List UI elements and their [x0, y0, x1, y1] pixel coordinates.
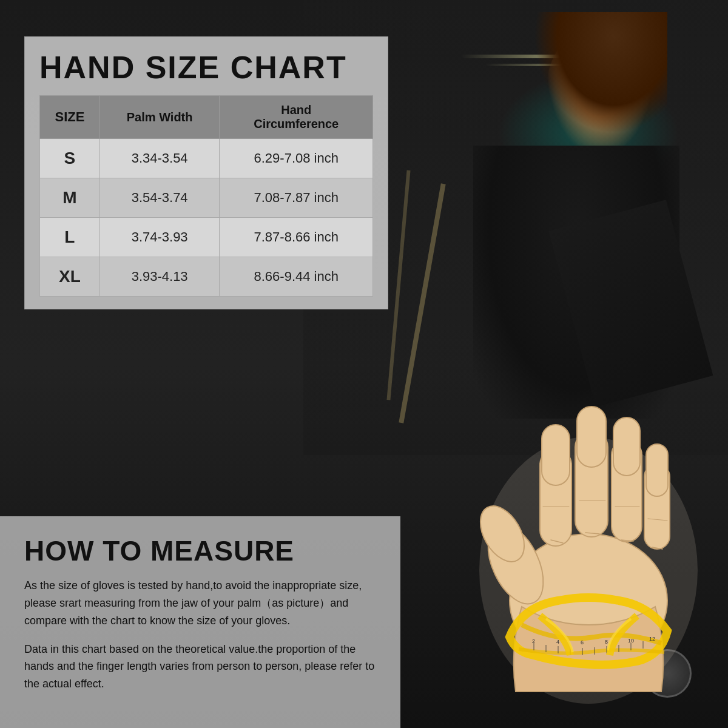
how-to-measure-section: HOW TO MEASURE As the size of gloves is … [0, 516, 400, 728]
svg-text:6: 6 [581, 639, 584, 645]
header-palm-width: Palm Width [99, 96, 220, 139]
size-l: L [40, 218, 100, 257]
palm-width-m: 3.54-3.74 [99, 178, 220, 218]
table-body: S 3.34-3.54 6.29-7.08 inch M 3.54-3.74 7… [40, 139, 373, 297]
size-s: S [40, 139, 100, 178]
how-to-measure-title: HOW TO MEASURE [24, 534, 376, 567]
chart-title: HAND SIZE CHART [39, 49, 373, 86]
header-row: SIZE Palm Width HandCircumference [40, 96, 373, 139]
hand-svg: 2 4 6 8 10 12 [461, 376, 716, 710]
svg-text:4: 4 [556, 639, 559, 645]
circumference-xl: 8.66-9.44 inch [220, 257, 373, 297]
svg-rect-5 [542, 425, 570, 485]
palm-width-xl: 3.93-4.13 [99, 257, 220, 297]
svg-rect-9 [613, 417, 640, 476]
table-row: L 3.74-3.93 7.87-8.66 inch [40, 218, 373, 257]
hand-illustration: 2 4 6 8 10 12 [461, 376, 716, 710]
table-header: SIZE Palm Width HandCircumference [40, 96, 373, 139]
how-to-measure-paragraph2: Data in this chart based on the theoreti… [24, 641, 376, 693]
palm-width-s: 3.34-3.54 [99, 139, 220, 178]
table-row: M 3.54-3.74 7.08-7.87 inch [40, 178, 373, 218]
svg-rect-7 [577, 406, 606, 467]
header-size: SIZE [40, 96, 100, 139]
table-row: XL 3.93-4.13 8.66-9.44 inch [40, 257, 373, 297]
svg-rect-11 [646, 444, 668, 496]
circumference-s: 6.29-7.08 inch [220, 139, 373, 178]
svg-text:10: 10 [628, 638, 634, 644]
svg-text:12: 12 [649, 636, 655, 642]
svg-text:2: 2 [532, 638, 535, 644]
how-to-measure-paragraph1: As the size of gloves is tested by hand,… [24, 577, 376, 629]
svg-text:8: 8 [605, 639, 608, 645]
circumference-m: 7.08-7.87 inch [220, 178, 373, 218]
size-m: M [40, 178, 100, 218]
header-circumference: HandCircumference [220, 96, 373, 139]
size-chart-box: HAND SIZE CHART SIZE Palm Width HandCirc… [24, 36, 388, 309]
circumference-l: 7.87-8.66 inch [220, 218, 373, 257]
content-wrapper: HAND SIZE CHART SIZE Palm Width HandCirc… [0, 0, 728, 728]
size-table: SIZE Palm Width HandCircumference S 3.34… [39, 95, 373, 297]
table-row: S 3.34-3.54 6.29-7.08 inch [40, 139, 373, 178]
palm-width-l: 3.74-3.93 [99, 218, 220, 257]
size-xl: XL [40, 257, 100, 297]
